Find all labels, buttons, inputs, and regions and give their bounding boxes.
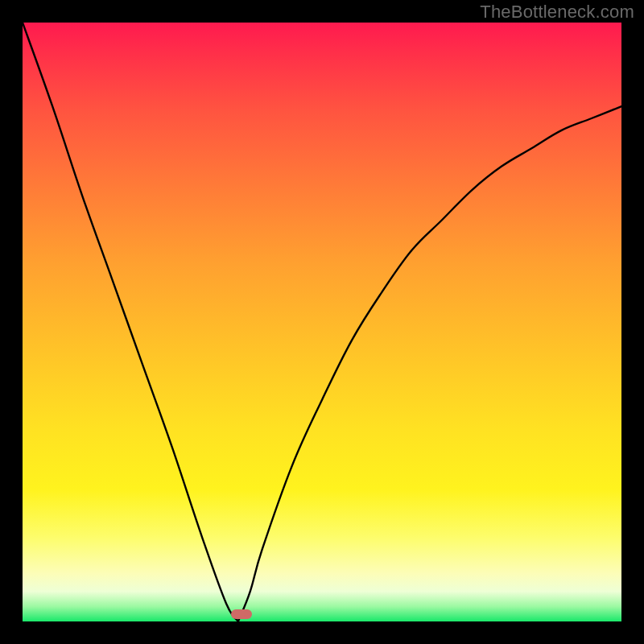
bottleneck-curve — [23, 23, 621, 621]
chart-frame: TheBottleneck.com — [0, 0, 644, 644]
watermark-text: TheBottleneck.com — [480, 2, 634, 23]
curve-path — [23, 23, 621, 621]
plot-area — [23, 23, 621, 621]
optimal-marker — [231, 609, 252, 619]
